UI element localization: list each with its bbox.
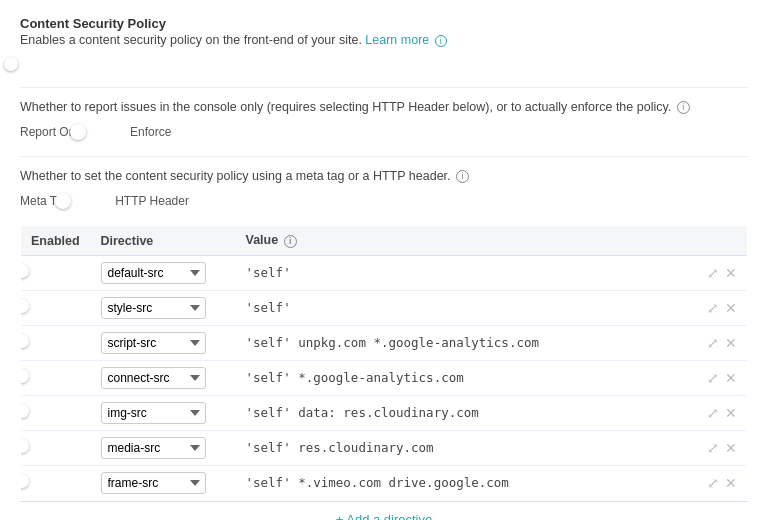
- table-row: default-srcstyle-srcscript-srcconnect-sr…: [21, 255, 748, 290]
- csp-main-toggle[interactable]: [20, 55, 54, 73]
- row-actions-2: ⤢ ✕: [707, 335, 737, 351]
- header-description: Whether to set the content security poli…: [20, 169, 748, 183]
- row-value-4: 'self' data: res.cloudinary.com: [236, 395, 698, 430]
- row-toggle-0[interactable]: [31, 262, 65, 280]
- directive-select-5[interactable]: default-srcstyle-srcscript-srcconnect-sr…: [101, 437, 206, 459]
- value-info-icon[interactable]: i: [284, 235, 297, 248]
- row-value-2: 'self' unpkg.com *.google-analytics.com: [236, 325, 698, 360]
- learn-more-icon: i: [435, 35, 447, 47]
- table-header-row: Enabled Directive Value i: [21, 226, 748, 255]
- header-section: Whether to set the content security poli…: [20, 169, 748, 211]
- table-row: default-srcstyle-srcscript-srcconnect-sr…: [21, 325, 748, 360]
- delete-icon-5[interactable]: ✕: [725, 440, 737, 456]
- directive-select-6[interactable]: default-srcstyle-srcscript-srcconnect-sr…: [101, 472, 206, 494]
- col-header-enabled: Enabled: [21, 226, 91, 255]
- col-header-directive: Directive: [91, 226, 236, 255]
- divider-1: [20, 87, 748, 88]
- row-toggle-4[interactable]: [31, 402, 65, 420]
- directives-section: Enabled Directive Value i default-srcsty…: [20, 225, 748, 520]
- add-directive-button[interactable]: + Add a directive: [20, 501, 748, 520]
- row-value-1: 'self': [236, 290, 698, 325]
- enforce-toggle[interactable]: [88, 122, 126, 142]
- directive-select-2[interactable]: default-srcstyle-srcscript-srcconnect-sr…: [101, 332, 206, 354]
- enforce-toggle-row: Report Only Enforce: [20, 122, 748, 142]
- enforce-section: Whether to report issues in the console …: [20, 100, 748, 142]
- directive-select-3[interactable]: default-srcstyle-srcscript-srcconnect-sr…: [101, 367, 206, 389]
- delete-icon-3[interactable]: ✕: [725, 370, 737, 386]
- table-row: default-srcstyle-srcscript-srcconnect-sr…: [21, 395, 748, 430]
- row-value-3: 'self' *.google-analytics.com: [236, 360, 698, 395]
- directive-select-0[interactable]: default-srcstyle-srcscript-srcconnect-sr…: [101, 262, 206, 284]
- row-actions-6: ⤢ ✕: [707, 475, 737, 491]
- row-toggle-1[interactable]: [31, 297, 65, 315]
- delete-icon-2[interactable]: ✕: [725, 335, 737, 351]
- move-icon-4[interactable]: ⤢: [707, 405, 719, 421]
- enforce-description: Whether to report issues in the console …: [20, 100, 748, 114]
- header-label-right: HTTP Header: [115, 194, 189, 208]
- enforce-label-right: Enforce: [130, 125, 171, 139]
- delete-icon-6[interactable]: ✕: [725, 475, 737, 491]
- directives-table: Enabled Directive Value i default-srcsty…: [20, 225, 748, 500]
- row-toggle-6[interactable]: [31, 472, 65, 490]
- directive-select-4[interactable]: default-srcstyle-srcscript-srcconnect-sr…: [101, 402, 206, 424]
- csp-section: Content Security Policy Enables a conten…: [20, 16, 748, 73]
- col-header-actions: [697, 226, 748, 255]
- move-icon-6[interactable]: ⤢: [707, 475, 719, 491]
- row-actions-0: ⤢ ✕: [707, 265, 737, 281]
- header-info-icon[interactable]: i: [456, 170, 469, 183]
- csp-title: Content Security Policy: [20, 16, 748, 31]
- header-toggle[interactable]: [73, 191, 111, 211]
- table-row: default-srcstyle-srcscript-srcconnect-sr…: [21, 360, 748, 395]
- enforce-info-icon[interactable]: i: [677, 101, 690, 114]
- col-header-value: Value i: [236, 226, 698, 255]
- learn-more-link[interactable]: Learn more: [365, 33, 429, 47]
- row-toggle-3[interactable]: [31, 367, 65, 385]
- row-toggle-2[interactable]: [31, 332, 65, 350]
- row-actions-1: ⤢ ✕: [707, 300, 737, 316]
- row-toggle-5[interactable]: [31, 437, 65, 455]
- directive-select-1[interactable]: default-srcstyle-srcscript-srcconnect-sr…: [101, 297, 206, 319]
- delete-icon-0[interactable]: ✕: [725, 265, 737, 281]
- move-icon-2[interactable]: ⤢: [707, 335, 719, 351]
- row-actions-5: ⤢ ✕: [707, 440, 737, 456]
- row-value-6: 'self' *.vimeo.com drive.google.com: [236, 465, 698, 500]
- table-row: default-srcstyle-srcscript-srcconnect-sr…: [21, 430, 748, 465]
- table-row: default-srcstyle-srcscript-srcconnect-sr…: [21, 465, 748, 500]
- move-icon-3[interactable]: ⤢: [707, 370, 719, 386]
- row-actions-4: ⤢ ✕: [707, 405, 737, 421]
- row-actions-3: ⤢ ✕: [707, 370, 737, 386]
- csp-main-toggle-row: [20, 55, 748, 73]
- header-toggle-row: Meta Tag HTTP Header: [20, 191, 748, 211]
- move-icon-0[interactable]: ⤢: [707, 265, 719, 281]
- delete-icon-1[interactable]: ✕: [725, 300, 737, 316]
- row-value-0: 'self': [236, 255, 698, 290]
- move-icon-5[interactable]: ⤢: [707, 440, 719, 456]
- row-value-5: 'self' res.cloudinary.com: [236, 430, 698, 465]
- move-icon-1[interactable]: ⤢: [707, 300, 719, 316]
- delete-icon-4[interactable]: ✕: [725, 405, 737, 421]
- divider-2: [20, 156, 748, 157]
- table-row: default-srcstyle-srcscript-srcconnect-sr…: [21, 290, 748, 325]
- csp-description: Enables a content security policy on the…: [20, 33, 748, 47]
